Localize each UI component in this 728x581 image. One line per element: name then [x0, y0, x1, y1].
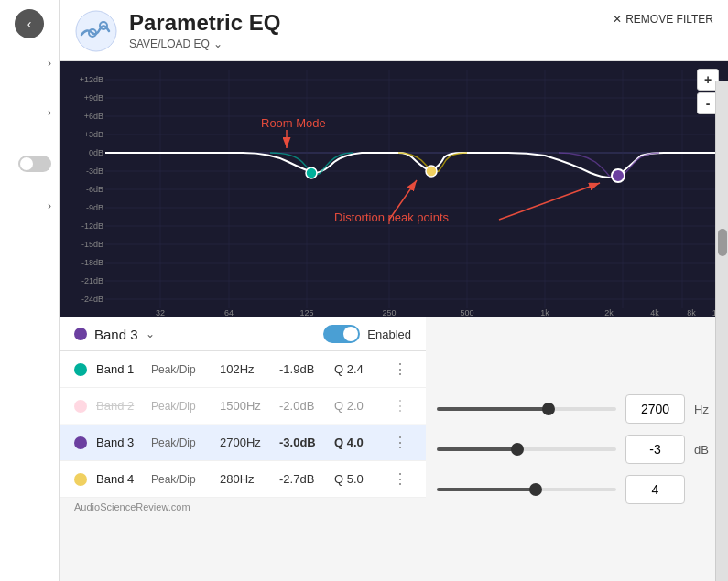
gain-input[interactable] [625, 435, 685, 464]
band-selector-chevron-icon: ⌄ [146, 328, 155, 340]
eq-chart-container: +12dB +9dB +6dB +3dB 0dB -3dB -6dB -9dB … [60, 61, 728, 317]
q-slider-thumb[interactable] [529, 483, 542, 496]
svg-text:-18dB: -18dB [81, 258, 103, 267]
svg-text:2k: 2k [604, 308, 614, 317]
gain-unit-label: dB [694, 443, 717, 457]
svg-text:0dB: 0dB [89, 148, 103, 157]
band1-menu-icon[interactable]: ⋮ [389, 360, 411, 378]
freq-slider-thumb[interactable] [542, 403, 555, 415]
band1-label: Band 1 [96, 362, 142, 376]
band3-point [612, 169, 625, 182]
band-row-4[interactable]: Band 4 Peak/Dip 280Hz -2.7dB Q 5.0 ⋮ [60, 461, 426, 498]
band-selector[interactable]: Band 3 ⌄ [74, 327, 155, 342]
back-button[interactable]: ‹ [15, 9, 44, 38]
freq-slider-fill [437, 407, 549, 411]
svg-text:-21dB: -21dB [81, 276, 103, 285]
svg-text:-24dB: -24dB [81, 295, 103, 304]
eq-icon [74, 9, 118, 53]
main-content: Parametric EQ SAVE/LOAD EQ ⌄ ✕ REMOVE FI… [60, 0, 728, 581]
band1-freq: 102Hz [220, 362, 270, 376]
svg-text:Room Mode: Room Mode [261, 116, 326, 130]
scrollbar-thumb[interactable] [718, 229, 727, 256]
chevron-right-icon-2: › [48, 106, 51, 119]
svg-text:8k: 8k [687, 308, 696, 317]
page-title: Parametric EQ [129, 10, 280, 36]
q-control-row [437, 475, 717, 504]
enabled-label: Enabled [367, 328, 411, 341]
bottom-section: Band 3 ⌄ Enabled Band 1 Peak/Dip 102Hz -… [60, 317, 728, 581]
band2-q: Q 2.0 [334, 399, 380, 413]
enabled-toggle[interactable] [323, 325, 360, 343]
gain-control-row: dB [437, 435, 717, 464]
band1-q: Q 2.4 [334, 362, 380, 376]
remove-filter-button[interactable]: ✕ REMOVE FILTER [613, 9, 713, 26]
header-title-area: Parametric EQ SAVE/LOAD EQ ⌄ [129, 10, 280, 52]
band3-menu-icon[interactable]: ⋮ [389, 434, 411, 451]
band2-freq: 1500Hz [220, 399, 270, 413]
band-row-3[interactable]: Band 3 Peak/Dip 2700Hz -3.0dB Q 4.0 ⋮ [60, 425, 426, 461]
band-list-panel: Band 3 ⌄ Enabled Band 1 Peak/Dip 102Hz -… [60, 317, 426, 581]
svg-text:125: 125 [299, 308, 313, 317]
svg-text:+12dB: +12dB [80, 75, 103, 84]
watermark: AudioScienceReview.com [60, 498, 426, 516]
svg-text:+6dB: +6dB [84, 112, 103, 121]
save-load-label: SAVE/LOAD EQ [129, 38, 210, 50]
controls-panel: Hz dB [426, 317, 728, 581]
band3-freq: 2700Hz [220, 436, 270, 449]
band1-point [306, 167, 317, 178]
band2-gain: -2.0dB [279, 399, 325, 413]
band2-label: Band 2 [96, 399, 142, 413]
gain-slider-thumb[interactable] [511, 443, 524, 456]
freq-unit-label: Hz [694, 403, 717, 416]
svg-text:500: 500 [460, 308, 473, 317]
band-selector-name: Band 3 [94, 327, 138, 342]
chevron-right-icon: › [48, 57, 51, 70]
eq-chart[interactable]: +12dB +9dB +6dB +3dB 0dB -3dB -6dB -9dB … [60, 61, 728, 317]
gain-slider-track[interactable] [437, 447, 616, 451]
band3-q: Q 4.0 [334, 436, 380, 449]
band4-menu-icon[interactable]: ⋮ [389, 470, 411, 488]
band4-point [426, 166, 437, 177]
svg-text:1k: 1k [540, 308, 549, 317]
band2-menu-icon[interactable]: ⋮ [389, 397, 411, 414]
sidebar-toggle[interactable] [18, 156, 51, 172]
band1-gain: -1.9dB [279, 362, 325, 376]
band4-freq: 280Hz [220, 472, 270, 486]
band-row-2[interactable]: Band 2 Peak/Dip 1500Hz -2.0dB Q 2.0 ⋮ [60, 388, 426, 425]
svg-text:+3dB: +3dB [84, 130, 103, 139]
band3-gain: -3.0dB [279, 436, 325, 449]
back-icon: ‹ [27, 16, 32, 31]
band3-type: Peak/Dip [151, 436, 211, 449]
vertical-scrollbar[interactable] [715, 81, 728, 581]
band4-q: Q 5.0 [334, 472, 380, 486]
svg-text:64: 64 [224, 308, 234, 317]
band3-dot [74, 436, 87, 449]
band-row-1[interactable]: Band 1 Peak/Dip 102Hz -1.9dB Q 2.4 ⋮ [60, 351, 426, 388]
sidebar-item-2[interactable]: › [0, 106, 59, 119]
svg-text:-15dB: -15dB [81, 240, 103, 249]
save-load-chevron-icon: ⌄ [213, 38, 223, 50]
header: Parametric EQ SAVE/LOAD EQ ⌄ ✕ REMOVE FI… [60, 0, 728, 61]
svg-text:4k: 4k [650, 308, 659, 317]
sidebar: ‹ › › › [0, 0, 60, 581]
band1-dot [74, 363, 87, 376]
band1-type: Peak/Dip [151, 363, 211, 376]
q-slider-track[interactable] [437, 488, 616, 491]
save-load-button[interactable]: SAVE/LOAD EQ ⌄ [129, 36, 280, 52]
q-slider-fill [437, 488, 536, 491]
remove-filter-label: REMOVE FILTER [625, 13, 713, 26]
svg-text:-9dB: -9dB [86, 203, 103, 212]
band-selector-dot [74, 328, 87, 340]
chevron-right-icon-3: › [48, 199, 51, 212]
band2-type: Peak/Dip [151, 400, 211, 413]
freq-input[interactable] [625, 394, 685, 424]
band2-dot [74, 400, 87, 413]
enabled-toggle-area: Enabled [323, 325, 411, 343]
freq-slider-track[interactable] [437, 407, 616, 411]
svg-text:32: 32 [156, 308, 165, 317]
sidebar-item-1[interactable]: › [0, 57, 59, 70]
q-input[interactable] [625, 475, 685, 504]
freq-control-row: Hz [437, 394, 717, 424]
gain-slider-fill [437, 447, 517, 451]
sidebar-item-3[interactable]: › [0, 199, 59, 212]
